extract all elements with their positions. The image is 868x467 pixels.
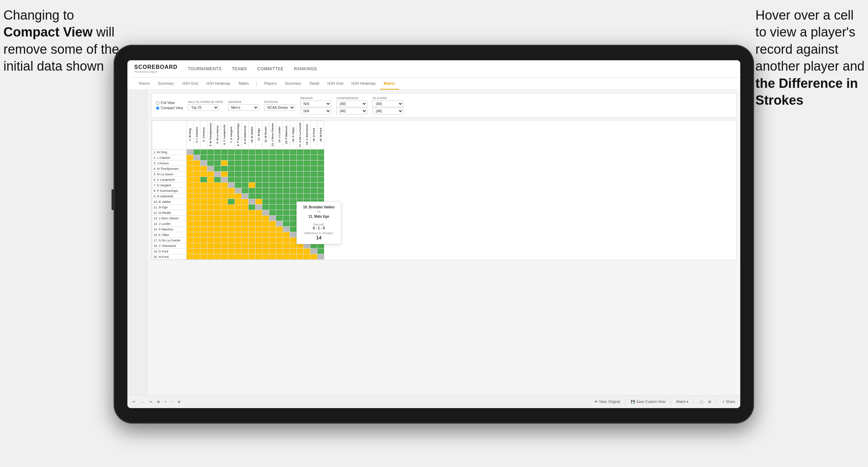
matrix-cell-1-3[interactable] [207, 155, 214, 160]
matrix-cell-4-8[interactable] [242, 172, 249, 177]
matrix-cell-18-1[interactable] [194, 249, 200, 254]
matrix-cell-17-11[interactable] [262, 243, 269, 249]
matrix-cell-6-12[interactable] [269, 183, 276, 188]
matrix-cell-15-2[interactable] [200, 232, 207, 238]
matrix-cell-5-6[interactable] [228, 177, 235, 183]
matrix-cell-4-2[interactable] [200, 172, 207, 177]
nav-rankings[interactable]: RANKINGS [294, 65, 317, 73]
matrix-cell-16-0[interactable] [187, 238, 194, 243]
matrix-cell-14-12[interactable] [269, 227, 276, 232]
matrix-cell-5-4[interactable] [214, 177, 221, 183]
matrix-cell-12-7[interactable] [235, 216, 242, 221]
matrix-cell-7-17[interactable] [304, 188, 311, 194]
matrix-cell-9-5[interactable] [221, 199, 228, 205]
matrix-cell-16-6[interactable] [228, 238, 235, 243]
matrix-cell-19-0[interactable] [187, 254, 194, 260]
matrix-cell-6-8[interactable] [242, 183, 249, 188]
subnav-h2h-grid2[interactable]: H2H Grid [323, 78, 347, 90]
matrix-cell-6-3[interactable] [207, 183, 214, 188]
matrix-cell-6-4[interactable] [214, 183, 221, 188]
matrix-cell-3-14[interactable] [283, 166, 290, 172]
matrix-cell-19-5[interactable] [221, 254, 228, 260]
matrix-cell-3-7[interactable] [235, 166, 242, 172]
subnav-summary1[interactable]: Summary [154, 78, 178, 90]
matrix-cell-15-4[interactable] [214, 232, 221, 238]
matrix-cell-1-19[interactable] [317, 155, 324, 160]
matrix-cell-7-9[interactable] [249, 188, 255, 194]
matrix-cell-1-9[interactable] [249, 155, 255, 160]
toolbar-dot2[interactable]: ◦ [171, 400, 173, 404]
matrix-cell-9-9[interactable] [249, 199, 255, 205]
matrix-cell-16-7[interactable] [235, 238, 242, 243]
matrix-cell-10-8[interactable] [242, 205, 249, 210]
matrix-cell-18-17[interactable] [304, 249, 311, 254]
matrix-cell-8-10[interactable] [255, 194, 262, 199]
matrix-cell-0-12[interactable] [269, 149, 276, 155]
matrix-cell-19-1[interactable] [194, 254, 200, 260]
matrix-cell-8-18[interactable] [311, 194, 317, 199]
toolbar-settings[interactable]: ⊛ [178, 400, 180, 404]
full-view-radio[interactable] [156, 101, 159, 105]
matrix-cell-18-5[interactable] [221, 249, 228, 254]
matrix-cell-7-6[interactable] [228, 188, 235, 194]
matrix-cell-18-4[interactable] [214, 249, 221, 254]
matrix-cell-11-13[interactable] [276, 210, 283, 216]
matrix-cell-5-7[interactable] [235, 177, 242, 183]
matrix-cell-11-7[interactable] [235, 210, 242, 216]
matrix-cell-9-13[interactable] [276, 199, 283, 205]
matrix-cell-19-17[interactable] [304, 254, 311, 260]
matrix-cell-15-5[interactable] [221, 232, 228, 238]
matrix-cell-1-10[interactable] [255, 155, 262, 160]
matrix-cell-11-2[interactable] [200, 210, 207, 216]
matrix-cell-19-7[interactable] [235, 254, 242, 260]
matrix-cell-16-14[interactable] [283, 238, 290, 243]
matrix-cell-10-5[interactable] [221, 205, 228, 210]
matrix-cell-19-2[interactable] [200, 254, 207, 260]
matrix-cell-17-8[interactable] [242, 243, 249, 249]
subnav-matrix2[interactable]: Matrix [380, 78, 399, 90]
matrix-cell-16-12[interactable] [269, 238, 276, 243]
matrix-cell-14-2[interactable] [200, 227, 207, 232]
matrix-cell-2-9[interactable] [249, 160, 255, 166]
matrix-cell-16-11[interactable] [262, 238, 269, 243]
matrix-cell-13-4[interactable] [214, 221, 221, 227]
matrix-cell-12-4[interactable] [214, 216, 221, 221]
matrix-cell-14-8[interactable] [242, 227, 249, 232]
matrix-cell-10-9[interactable] [249, 205, 255, 210]
matrix-cell-9-3[interactable] [207, 199, 214, 205]
matrix-cell-15-3[interactable] [207, 232, 214, 238]
matrix-cell-4-11[interactable] [262, 172, 269, 177]
matrix-cell-2-4[interactable] [214, 160, 221, 166]
subnav-h2h-heatmap2[interactable]: H2H Heatmap [347, 78, 380, 90]
matrix-cell-4-14[interactable] [283, 172, 290, 177]
matrix-cell-1-17[interactable] [304, 155, 311, 160]
matrix-cell-9-2[interactable] [200, 199, 207, 205]
matrix-cell-10-10[interactable] [255, 205, 262, 210]
matrix-cell-15-10[interactable] [255, 232, 262, 238]
matrix-cell-18-2[interactable] [200, 249, 207, 254]
matrix-cell-10-3[interactable] [207, 205, 214, 210]
matrix-cell-7-13[interactable] [276, 188, 283, 194]
matrix-cell-17-10[interactable] [255, 243, 262, 249]
matrix-cell-19-11[interactable] [262, 254, 269, 260]
matrix-cell-3-10[interactable] [255, 166, 262, 172]
matrix-cell-2-0[interactable] [187, 160, 194, 166]
matrix-cell-6-2[interactable] [200, 183, 207, 188]
matrix-cell-15-1[interactable] [194, 232, 200, 238]
matrix-cell-19-10[interactable] [255, 254, 262, 260]
toolbar-undo[interactable]: ↩ [133, 400, 135, 404]
matrix-cell-17-12[interactable] [269, 243, 276, 249]
matrix-cell-7-11[interactable] [262, 188, 269, 194]
matrix-cell-18-9[interactable] [249, 249, 255, 254]
matrix-cell-8-12[interactable] [269, 194, 276, 199]
matrix-cell-17-1[interactable] [194, 243, 200, 249]
matrix-cell-3-16[interactable] [297, 166, 304, 172]
matrix-cell-17-7[interactable] [235, 243, 242, 249]
matrix-cell-9-7[interactable] [235, 199, 242, 205]
matrix-cell-6-10[interactable] [255, 183, 262, 188]
matrix-cell-1-4[interactable] [214, 155, 221, 160]
matrix-cell-2-2[interactable] [200, 160, 207, 166]
matrix-cell-11-3[interactable] [207, 210, 214, 216]
matrix-cell-4-12[interactable] [269, 172, 276, 177]
matrix-cell-4-5[interactable] [221, 172, 228, 177]
